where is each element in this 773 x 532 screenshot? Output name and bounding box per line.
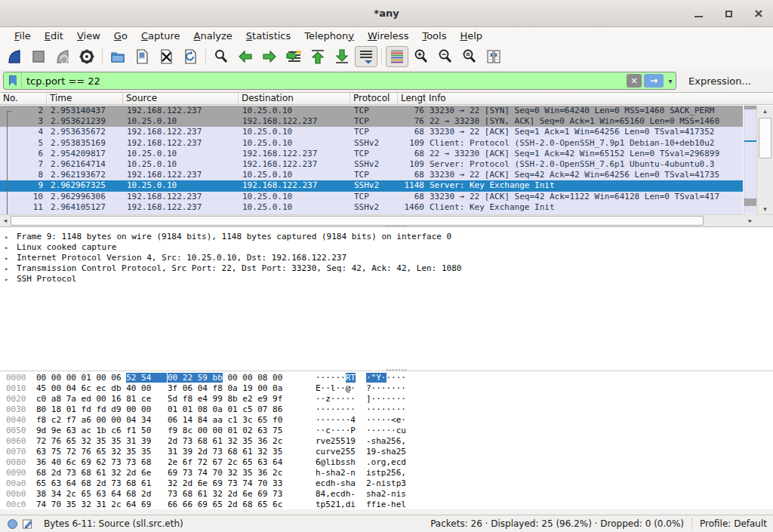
column-header-time[interactable]: Time bbox=[47, 93, 123, 104]
column-header-length[interactable]: Length bbox=[398, 93, 426, 104]
expander-icon[interactable]: ▸ bbox=[5, 263, 17, 274]
capture-options-button[interactable] bbox=[75, 46, 98, 67]
find-packet-button[interactable] bbox=[210, 46, 233, 67]
expander-icon[interactable]: ▸ bbox=[5, 253, 17, 263]
capture-comment-icon[interactable] bbox=[22, 518, 33, 530]
hex-row[interactable]: 009068 2d 73 68 61 32 2d 6e69 73 74 70 3… bbox=[6, 468, 773, 478]
go-back-button[interactable] bbox=[234, 46, 257, 67]
hex-row[interactable]: 007063 75 72 76 65 32 35 3531 39 2d 73 6… bbox=[6, 447, 773, 457]
packet-list-vertical-scrollbar[interactable]: ▴ ▾ bbox=[756, 106, 773, 214]
menu-view[interactable]: View bbox=[70, 29, 107, 43]
close-file-button[interactable] bbox=[155, 46, 177, 67]
menu-analyze[interactable]: Analyze bbox=[187, 29, 239, 43]
start-capture-button[interactable] bbox=[3, 46, 26, 67]
packet-row[interactable]: 62.95420981710.25.0.10192.168.122.237TCP… bbox=[0, 149, 743, 159]
scroll-right-arrow[interactable]: ▸ bbox=[745, 215, 756, 226]
detail-tcp[interactable]: ▸Transmission Control Protocol, Src Port… bbox=[5, 263, 773, 274]
packet-row[interactable]: 42.953635672192.168.122.23710.25.0.10TCP… bbox=[0, 127, 743, 137]
menu-edit[interactable]: Edit bbox=[38, 29, 70, 43]
zoom-out-button[interactable] bbox=[434, 46, 457, 67]
menu-bar: File Edit View Go Capture Analyze Statis… bbox=[0, 27, 773, 44]
hex-row[interactable]: 0040f8 c2 f7 a6 00 00 04 3406 14 84 aa c… bbox=[6, 415, 773, 426]
display-filter-input[interactable] bbox=[22, 75, 627, 87]
packet-row-selected[interactable]: 92.96296732510.25.0.10192.168.122.237SSH… bbox=[0, 180, 743, 191]
expression-button[interactable]: Expression... bbox=[681, 75, 759, 87]
packet-row[interactable]: 102.962996306192.168.122.23710.25.0.10TC… bbox=[0, 192, 743, 202]
menu-file[interactable]: File bbox=[8, 29, 38, 43]
hex-row[interactable]: 006072 76 65 32 35 35 31 392d 73 68 61 3… bbox=[6, 436, 773, 447]
expander-icon[interactable]: ▸ bbox=[5, 242, 17, 253]
pane-splitter-grip[interactable] bbox=[386, 225, 406, 228]
packet-row[interactable]: 32.95362123910.25.0.10192.168.122.237TCP… bbox=[0, 116, 743, 127]
restart-capture-button[interactable] bbox=[51, 46, 74, 67]
column-header-source[interactable]: Source bbox=[123, 93, 239, 104]
detail-linux-cooked[interactable]: ▸Linux cooked capture bbox=[5, 242, 773, 253]
column-header-destination[interactable]: Destination bbox=[239, 93, 350, 104]
menu-go[interactable]: Go bbox=[107, 29, 134, 43]
packet-row[interactable]: 22.953140437192.168.122.23710.25.0.10TCP… bbox=[0, 106, 743, 116]
reload-file-button[interactable] bbox=[179, 46, 202, 67]
save-file-button[interactable] bbox=[131, 46, 153, 67]
column-header-protocol[interactable]: Protocol bbox=[350, 93, 398, 104]
detail-frame[interactable]: ▸Frame 9: 1148 bytes on wire (9184 bits)… bbox=[5, 232, 773, 242]
hex-row[interactable]: 00c074 70 35 32 31 2c 64 6966 66 69 65 2… bbox=[6, 500, 773, 510]
detail-ip[interactable]: ▸Internet Protocol Version 4, Src: 10.25… bbox=[5, 253, 773, 263]
menu-help[interactable]: Help bbox=[453, 29, 489, 43]
expander-icon[interactable]: ▸ bbox=[5, 232, 17, 242]
packet-row[interactable]: 112.964105127192.168.122.23710.25.0.10SS… bbox=[0, 202, 743, 213]
column-header-no[interactable]: No. bbox=[0, 93, 47, 104]
filter-bookmark-button[interactable] bbox=[4, 72, 22, 89]
column-header-info[interactable]: Info bbox=[426, 93, 773, 104]
zoom-original-button[interactable] bbox=[458, 46, 481, 67]
stop-capture-button[interactable] bbox=[27, 46, 50, 67]
hex-row[interactable]: 0020c0 a8 7a ed 00 16 81 ce5d f8 e4 99 8… bbox=[6, 394, 773, 404]
pane-splitter-grip[interactable] bbox=[386, 369, 406, 372]
scroll-down-arrow[interactable]: ▾ bbox=[757, 204, 773, 214]
packet-row[interactable]: 82.962193672192.168.122.23710.25.0.10TCP… bbox=[0, 170, 743, 180]
expander-icon[interactable]: ▸ bbox=[5, 274, 17, 284]
minimize-button[interactable] bbox=[691, 7, 705, 20]
go-to-packet-button[interactable] bbox=[282, 46, 305, 67]
hex-row[interactable]: 008036 40 6c 69 62 73 73 682e 6f 72 67 2… bbox=[6, 457, 773, 468]
reload-icon bbox=[182, 48, 199, 65]
filter-clear-button[interactable]: ✕ bbox=[627, 74, 642, 88]
menu-tools[interactable]: Tools bbox=[415, 29, 453, 43]
packet-list-horizontal-scrollbar[interactable]: ◂ ▸ bbox=[0, 214, 756, 226]
go-forward-button[interactable] bbox=[258, 46, 281, 67]
menu-telephony[interactable]: Telephony bbox=[297, 29, 361, 43]
hex-row[interactable]: 00b038 34 2c 65 63 64 68 2d73 68 61 32 2… bbox=[6, 489, 773, 500]
packet-row[interactable]: 72.96216471410.25.0.10192.168.122.237SSH… bbox=[0, 159, 743, 170]
scroll-left-arrow[interactable]: ◂ bbox=[0, 215, 11, 226]
colorize-button[interactable] bbox=[386, 46, 408, 67]
go-to-top-button[interactable] bbox=[306, 46, 329, 67]
packet-list-minimap[interactable] bbox=[744, 106, 756, 214]
close-button[interactable] bbox=[752, 7, 765, 20]
toolbar-separator bbox=[102, 48, 103, 65]
hex-row[interactable]: 001045 00 04 6c ec db 40 003f 06 04 f8 0… bbox=[6, 383, 773, 394]
packet-row[interactable]: 52.953835169192.168.122.23710.25.0.10SSH… bbox=[0, 138, 743, 149]
hex-row[interactable]: 003080 18 01 fd fd d9 00 0001 01 08 0a 0… bbox=[6, 404, 773, 415]
resize-columns-button[interactable] bbox=[482, 46, 505, 67]
hex-row[interactable]: 00a065 63 64 68 2d 73 68 6132 2d 6e 69 7… bbox=[6, 478, 773, 489]
packet-details-pane: ▸Frame 9: 1148 bytes on wire (9184 bits)… bbox=[0, 226, 773, 371]
filter-dropdown-button[interactable]: ▾ bbox=[665, 77, 676, 85]
horizontal-scrollbar-thumb[interactable] bbox=[11, 216, 704, 226]
menu-capture[interactable]: Capture bbox=[134, 29, 187, 43]
expert-info-icon[interactable] bbox=[8, 519, 17, 529]
maximize-button[interactable] bbox=[722, 7, 735, 20]
menu-wireless[interactable]: Wireless bbox=[361, 29, 415, 43]
hex-row[interactable]: 00509d 9e 63 ac 1b c6 f1 50f9 8c 00 00 0… bbox=[6, 426, 773, 436]
menu-statistics[interactable]: Statistics bbox=[239, 29, 297, 43]
open-file-button[interactable] bbox=[106, 46, 129, 67]
hex-row[interactable]: 000000 00 00 01 00 06 52 5400 22 59 bb 0… bbox=[6, 373, 773, 383]
vertical-scrollbar-thumb[interactable] bbox=[759, 118, 771, 158]
add-filter-button[interactable]: + bbox=[768, 74, 773, 88]
go-to-bottom-button[interactable] bbox=[331, 46, 353, 67]
profile-selector[interactable]: Profile: Default bbox=[700, 518, 767, 529]
detail-ssh[interactable]: ▸SSH Protocol bbox=[5, 274, 773, 284]
zoom-out-icon bbox=[437, 48, 454, 65]
zoom-in-button[interactable] bbox=[410, 46, 433, 67]
auto-scroll-button[interactable] bbox=[355, 46, 377, 67]
scroll-up-arrow[interactable]: ▴ bbox=[757, 106, 773, 116]
filter-apply-button[interactable]: → bbox=[644, 74, 664, 88]
